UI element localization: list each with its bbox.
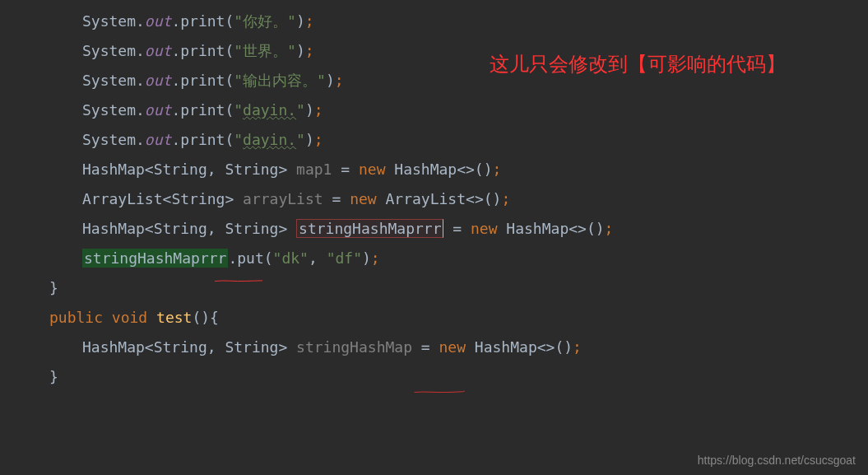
brace-close: }: [49, 279, 58, 296]
semicolon: ;: [314, 131, 323, 148]
diamond: <>(): [466, 190, 501, 207]
comma: ,: [309, 249, 327, 267]
field-out: out: [145, 42, 172, 59]
semicolon: ;: [493, 161, 502, 178]
method-call: .print(: [171, 42, 234, 59]
string-quote: ": [234, 131, 243, 148]
watermark: https://blog.csdn.net/csucsgoat: [698, 454, 856, 467]
code-line-4[interactable]: System.out.print("dayin.");: [0, 95, 868, 125]
code-line-6[interactable]: HashMap<String, String> map1 = new HashM…: [0, 155, 868, 184]
diamond: <>(): [537, 338, 573, 356]
diamond: <>(): [457, 161, 492, 178]
paren-close: ): [362, 249, 371, 267]
string-quote: ": [234, 101, 243, 119]
code-line-9[interactable]: stringHashMaprrr.put("dk", "df");: [0, 244, 868, 273]
semicolon: ;: [573, 338, 582, 356]
constructor: HashMap: [394, 161, 457, 178]
method-call: .print(: [171, 72, 234, 89]
type: HashMap: [82, 161, 145, 178]
constructor: HashMap: [506, 220, 569, 237]
constructor: ArrayList: [386, 190, 466, 207]
red-scribble-1: [160, 280, 317, 282]
renamed-variable[interactable]: stringHashMaprrr: [296, 219, 443, 238]
type: HashMap: [82, 338, 145, 356]
keyword-void: void: [112, 309, 156, 326]
variable-name: arrayList: [243, 190, 323, 207]
field-out: out: [145, 101, 172, 119]
equals: =: [412, 338, 439, 356]
red-scribble-2: [339, 391, 541, 394]
code-line-5[interactable]: System.out.print("dayin.");: [0, 125, 868, 155]
string-literal: "世界。": [234, 42, 296, 59]
class-ref: System.: [82, 72, 145, 89]
semicolon: ;: [371, 249, 380, 267]
constructor: HashMap: [475, 338, 537, 356]
type: HashMap: [82, 220, 145, 237]
renamed-variable-usage: stringHashMaprrr: [82, 249, 228, 268]
class-ref: System.: [82, 42, 145, 59]
class-ref: System.: [82, 12, 145, 30]
brace-close: }: [49, 368, 58, 385]
generic: <String, String>: [145, 161, 296, 178]
code-line-1[interactable]: System.out.print("你好。");: [0, 7, 868, 36]
paren-close: ): [296, 12, 305, 30]
semicolon: ;: [305, 12, 314, 30]
equals: =: [323, 190, 350, 207]
code-line-14[interactable]: }: [0, 362, 868, 392]
method-call: .print(: [171, 12, 234, 30]
semicolon: ;: [605, 220, 614, 237]
new-keyword: new: [439, 338, 475, 356]
semicolon: ;: [501, 190, 510, 207]
code-line-7[interactable]: ArrayList<String> arrayList = new ArrayL…: [0, 184, 868, 214]
string-literal: "dk": [273, 249, 309, 267]
method-call: .print(: [171, 131, 234, 148]
field-out: out: [145, 12, 172, 30]
string-literal: "df": [327, 249, 362, 267]
class-ref: System.: [82, 101, 145, 119]
code-line-8[interactable]: HashMap<String, String> stringHashMaprrr…: [0, 214, 868, 244]
new-keyword: new: [359, 161, 394, 178]
method-call: .put(: [228, 249, 272, 267]
red-annotation-text: 这儿只会修改到【可影响的代码】: [490, 51, 835, 77]
paren-close: ): [326, 72, 335, 89]
string-quote: ": [296, 101, 305, 119]
method-name: test: [156, 309, 192, 326]
new-keyword: new: [350, 190, 385, 207]
string-typo: dayin.: [243, 131, 296, 148]
semicolon: ;: [305, 42, 314, 59]
semicolon: ;: [314, 101, 323, 119]
code-line-10[interactable]: }: [0, 273, 868, 303]
paren-close: ): [305, 131, 314, 148]
paren-brace: (){: [192, 309, 219, 326]
variable-name: stringHashMap: [296, 338, 412, 356]
class-ref: System.: [82, 131, 145, 148]
string-literal: "你好。": [234, 12, 296, 30]
generic: <String, String>: [145, 338, 296, 356]
generic: <String, String>: [145, 220, 296, 237]
code-line-13[interactable]: HashMap<String, String> stringHashMap = …: [0, 333, 868, 362]
paren-close: ): [305, 101, 314, 119]
field-out: out: [145, 72, 172, 89]
field-out: out: [145, 131, 172, 148]
diamond: <>(): [569, 220, 604, 237]
keyword-public: public: [49, 309, 112, 326]
equals: =: [443, 220, 471, 237]
equals: =: [332, 161, 359, 178]
variable-name: map1: [296, 161, 332, 178]
method-call: .print(: [171, 101, 234, 119]
generic: <String>: [163, 190, 244, 207]
semicolon: ;: [335, 72, 344, 89]
code-line-12[interactable]: public void test(){: [0, 303, 868, 333]
string-typo: dayin.: [243, 101, 296, 119]
type: ArrayList: [82, 190, 163, 207]
string-quote: ": [296, 131, 305, 148]
string-literal: "输出内容。": [234, 72, 326, 89]
new-keyword: new: [471, 220, 506, 237]
paren-close: ): [296, 42, 305, 59]
